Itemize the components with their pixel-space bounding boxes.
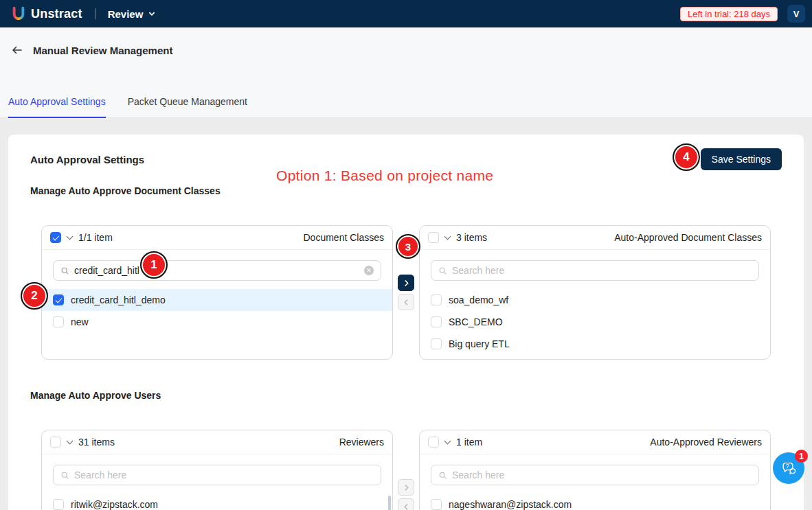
users-transfer: 31 items Reviewers ritwik@zipstack.com	[41, 430, 771, 510]
list-item[interactable]: soa_demo_wf	[420, 289, 770, 311]
annotation-marker-2: 2	[21, 282, 48, 310]
tabs-bar: Auto Approval Settings Packet Queue Mana…	[0, 73, 812, 118]
move-right-button[interactable]	[398, 479, 414, 496]
panel-title: Document Classes	[304, 232, 385, 243]
list-item[interactable]: nageshwaran@zipstack.com	[420, 494, 770, 510]
brand-name: Unstract	[31, 7, 82, 21]
panel-title: Reviewers	[339, 437, 384, 448]
brand-logo[interactable]: Unstract	[11, 6, 82, 21]
annotation-marker-4: 4	[673, 143, 700, 171]
item-checkbox[interactable]	[431, 338, 442, 349]
search-input[interactable]	[452, 265, 752, 276]
chevron-down-icon	[148, 10, 156, 18]
search-icon	[60, 266, 69, 275]
item-label: ritwik@zipstack.com	[71, 499, 158, 510]
save-settings-button[interactable]: Save Settings	[701, 148, 782, 170]
tab-auto-approval-settings[interactable]: Auto Approval Settings	[8, 96, 106, 117]
search-box: ✕	[53, 260, 381, 281]
list-scrollbar[interactable]	[388, 496, 391, 510]
search-icon	[438, 266, 447, 275]
chevron-down-icon[interactable]	[444, 438, 451, 445]
item-checkbox[interactable]	[431, 499, 442, 510]
topbar: Unstract Review Left in trial: 218 days …	[0, 0, 812, 27]
page-title: Manual Review Management	[33, 45, 172, 56]
list-item[interactable]: Big query ETL	[420, 333, 770, 355]
move-right-button[interactable]	[398, 275, 414, 291]
item-label: nageshwaran@zipstack.com	[449, 499, 572, 510]
svg-text:?: ?	[786, 463, 789, 470]
item-label: SBC_DEMO	[449, 316, 503, 327]
select-all-checkbox[interactable]	[428, 437, 439, 448]
chevron-down-icon[interactable]	[444, 233, 451, 240]
document-classes-list: credit_card_hitl_demonew	[42, 289, 392, 333]
item-label: new	[71, 316, 89, 327]
move-left-button[interactable]	[398, 498, 414, 510]
reviewers-list: ritwik@zipstack.com	[42, 494, 392, 510]
auto-approved-reviewers-list: nageshwaran@zipstack.com	[420, 494, 770, 510]
nav-review-label: Review	[108, 8, 144, 20]
chevron-down-icon[interactable]	[67, 438, 74, 445]
item-checkbox[interactable]	[431, 294, 442, 305]
search-icon	[438, 471, 447, 480]
search-box	[431, 260, 759, 281]
search-input[interactable]	[452, 470, 752, 480]
item-count: 3 items	[456, 232, 487, 243]
transfer-left-icon	[403, 503, 410, 510]
trial-badge: Left in trial: 218 days	[680, 7, 778, 21]
item-checkbox[interactable]	[53, 316, 64, 327]
list-item[interactable]: SBC_DEMO	[420, 311, 770, 333]
annotation-note: Option 1: Based on project name	[276, 167, 493, 184]
transfer-right-icon	[403, 279, 410, 287]
panel-title: Auto-Approved Reviewers	[650, 437, 762, 448]
panel-title: Auto-Approved Document Classes	[614, 232, 762, 243]
transfer-right-icon	[403, 484, 410, 491]
item-checkbox[interactable]	[431, 316, 442, 327]
select-all-checkbox[interactable]	[50, 437, 61, 448]
item-label: soa_demo_wf	[449, 294, 508, 305]
transfer-left-icon	[403, 299, 410, 306]
nav-review-menu[interactable]: Review	[108, 8, 157, 20]
back-arrow-icon	[11, 44, 23, 56]
item-label: Big query ETL	[449, 338, 510, 349]
item-count: 1 item	[456, 437, 482, 448]
list-item[interactable]: credit_card_hitl_demo	[42, 289, 392, 311]
chat-notification-badge: 1	[795, 450, 808, 463]
tab-packet-queue-management[interactable]: Packet Queue Management	[128, 96, 247, 117]
item-count: 1/1 item	[78, 232, 113, 243]
select-all-checkbox[interactable]	[428, 232, 439, 243]
search-icon	[60, 471, 69, 480]
auto-approved-reviewers-panel: 1 item Auto-Approved Reviewers nageshwar…	[419, 430, 771, 510]
doc-section-title: Manage Auto Approve Document Classes	[30, 185, 782, 196]
card-title: Auto Approval Settings	[30, 154, 144, 165]
clear-search-icon[interactable]: ✕	[364, 266, 374, 275]
transfer-operations	[393, 430, 419, 510]
auto-approved-document-classes-list: soa_demo_wfSBC_DEMOBig query ETL	[420, 289, 770, 355]
page-header-area: Manual Review Management Auto Approval S…	[0, 27, 812, 118]
back-button[interactable]	[11, 44, 23, 56]
avatar[interactable]: V	[787, 5, 805, 23]
annotation-marker-3: 3	[396, 234, 420, 259]
item-count: 31 items	[78, 437, 115, 448]
item-label: credit_card_hitl_demo	[71, 294, 166, 305]
search-box	[53, 465, 381, 485]
chevron-down-icon[interactable]	[67, 233, 74, 240]
search-input[interactable]	[74, 470, 374, 480]
reviewers-source-panel: 31 items Reviewers ritwik@zipstack.com	[41, 430, 393, 510]
users-section-title: Manage Auto Approve Users	[30, 390, 782, 401]
auto-approval-settings-card: Auto Approval Settings Save Settings Opt…	[8, 135, 804, 510]
item-checkbox[interactable]	[53, 499, 64, 510]
chat-icon: ?	[780, 460, 798, 477]
document-classes-target-panel: 3 items Auto-Approved Document Classes s…	[419, 225, 771, 360]
select-all-checkbox[interactable]	[50, 232, 61, 243]
document-classes-source-panel: 1/1 item Document Classes ✕ credit_card_…	[41, 225, 393, 360]
topbar-divider	[95, 8, 95, 19]
move-left-button[interactable]	[398, 294, 414, 310]
list-item[interactable]: ritwik@zipstack.com	[42, 494, 392, 510]
search-box	[431, 465, 759, 485]
annotation-marker-1: 1	[140, 251, 168, 279]
search-input[interactable]	[74, 265, 359, 276]
list-item[interactable]: new	[42, 311, 392, 333]
item-checkbox[interactable]	[53, 294, 64, 305]
unstract-logo-icon	[11, 6, 26, 21]
